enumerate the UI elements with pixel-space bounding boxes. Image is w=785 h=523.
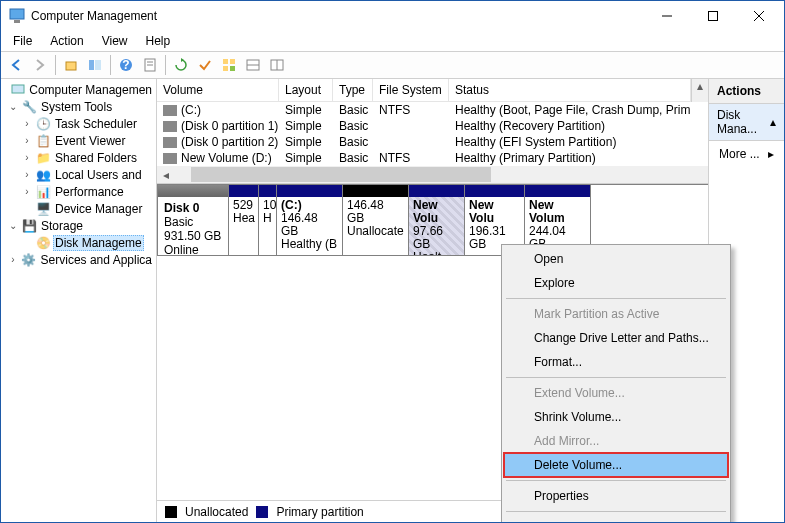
svg-text:?: ? [122, 58, 129, 72]
ctx-format[interactable]: Format... [504, 350, 728, 374]
help-icon[interactable]: ? [115, 54, 137, 76]
volume-header-row: Volume Layout Type File System Status ▴ [157, 79, 708, 102]
tree-pane[interactable]: Computer Managemen ⌄🔧System Tools ›🕒Task… [1, 79, 157, 522]
ctx-properties[interactable]: Properties [504, 484, 728, 508]
col-volume[interactable]: Volume [157, 79, 279, 102]
disk-size: 931.50 GB [164, 229, 222, 243]
ctx-explore[interactable]: Explore [504, 271, 728, 295]
col-filesystem[interactable]: File System [373, 79, 449, 102]
tree-services[interactable]: Services and Applica [39, 253, 154, 267]
swatch-primary [256, 506, 268, 518]
context-menu: Open Explore Mark Partition as Active Ch… [501, 244, 731, 523]
ctx-mark-active: Mark Partition as Active [504, 302, 728, 326]
ctx-help[interactable]: Help [504, 515, 728, 523]
expander-icon[interactable]: ⌄ [7, 101, 19, 112]
legend-primary: Primary partition [276, 505, 363, 519]
scrollbar-up-icon[interactable]: ▴ [691, 79, 708, 102]
svg-rect-1 [14, 20, 20, 23]
tree-storage[interactable]: Storage [39, 219, 85, 233]
volume-row[interactable]: New Volume (D:)SimpleBasicNTFSHealthy (P… [157, 150, 708, 166]
svg-rect-15 [230, 59, 235, 64]
collapse-icon: ▴ [770, 115, 776, 129]
refresh-icon[interactable] [170, 54, 192, 76]
submenu-arrow-icon: ▸ [768, 147, 774, 161]
hscrollbar[interactable]: ◂ [157, 166, 708, 183]
folder-icon: 📁 [35, 150, 51, 166]
expander-icon[interactable]: › [7, 254, 19, 265]
ctx-change-letter[interactable]: Change Drive Letter and Paths... [504, 326, 728, 350]
props-icon[interactable] [139, 54, 161, 76]
titlebar: Computer Management [1, 1, 784, 31]
expander-icon[interactable]: › [21, 135, 33, 146]
tree-disk-management[interactable]: Disk Manageme [53, 235, 144, 251]
disk-info-box[interactable]: Disk 0 Basic 931.50 GB Online [157, 184, 229, 256]
tree-local-users[interactable]: Local Users and [53, 168, 144, 182]
expander-icon[interactable]: › [21, 152, 33, 163]
tree-task-scheduler[interactable]: Task Scheduler [53, 117, 139, 131]
disk-type: Basic [164, 215, 222, 229]
users-icon: 👥 [35, 167, 51, 183]
col-type[interactable]: Type [333, 79, 373, 102]
show-hide-button[interactable] [84, 54, 106, 76]
volume-list[interactable]: Volume Layout Type File System Status ▴ … [157, 79, 708, 184]
check-icon[interactable] [194, 54, 216, 76]
volume-icon [163, 153, 177, 164]
ctx-open[interactable]: Open [504, 247, 728, 271]
layout-v-icon[interactable] [266, 54, 288, 76]
tree-root[interactable]: Computer Managemen [27, 83, 154, 97]
volume-icon [163, 105, 177, 116]
expander-icon[interactable]: ⌄ [7, 220, 19, 231]
disk-name: Disk 0 [164, 201, 222, 215]
volume-icon [163, 121, 177, 132]
separator [506, 480, 726, 481]
back-button[interactable] [5, 54, 27, 76]
menu-help[interactable]: Help [138, 32, 179, 50]
disk-icon: 📀 [35, 235, 51, 251]
tree-device-manager[interactable]: Device Manager [53, 202, 144, 216]
partition-box[interactable]: 10H [259, 185, 277, 255]
close-button[interactable] [736, 1, 782, 31]
expander-icon[interactable]: › [21, 118, 33, 129]
volume-row[interactable]: (Disk 0 partition 2)SimpleBasicHealthy (… [157, 134, 708, 150]
tree-event-viewer[interactable]: Event Viewer [53, 134, 127, 148]
storage-icon: 💾 [21, 218, 37, 234]
window-title: Computer Management [31, 9, 644, 23]
actions-group[interactable]: Disk Mana...▴ [709, 104, 784, 141]
up-button[interactable] [60, 54, 82, 76]
ctx-shrink[interactable]: Shrink Volume... [504, 405, 728, 429]
partition-box[interactable]: 529Hea [229, 185, 259, 255]
expander-icon[interactable]: › [21, 186, 33, 197]
maximize-button[interactable] [690, 1, 736, 31]
ctx-extend: Extend Volume... [504, 381, 728, 405]
partition-box[interactable]: (C:)146.48 GBHealthy (B [277, 185, 343, 255]
list4-icon[interactable] [218, 54, 240, 76]
services-icon: ⚙️ [21, 252, 37, 268]
event-icon: 📋 [35, 133, 51, 149]
forward-button[interactable] [29, 54, 51, 76]
partition-box[interactable]: 146.48 GBUnallocate [343, 185, 409, 255]
layout-icon[interactable] [242, 54, 264, 76]
device-icon: 🖥️ [35, 201, 51, 217]
expander-icon[interactable]: › [21, 169, 33, 180]
ctx-delete-volume[interactable]: Delete Volume... [504, 453, 728, 477]
col-layout[interactable]: Layout [279, 79, 333, 102]
actions-more[interactable]: More ...▸ [709, 141, 784, 167]
minimize-button[interactable] [644, 1, 690, 31]
menu-view[interactable]: View [94, 32, 136, 50]
svg-rect-16 [223, 66, 228, 71]
tree-system-tools[interactable]: System Tools [39, 100, 114, 114]
tree-performance[interactable]: Performance [53, 185, 126, 199]
menu-file[interactable]: File [5, 32, 40, 50]
col-status[interactable]: Status [449, 79, 691, 102]
partition-box[interactable]: New Volu97.66 GBHealt [409, 185, 465, 255]
clock-icon: 🕒 [35, 116, 51, 132]
mmc-icon [11, 82, 25, 98]
separator [506, 511, 726, 512]
menu-action[interactable]: Action [42, 32, 91, 50]
volume-row[interactable]: (Disk 0 partition 1)SimpleBasicHealthy (… [157, 118, 708, 134]
tree-shared-folders[interactable]: Shared Folders [53, 151, 139, 165]
svg-rect-7 [89, 60, 94, 70]
volume-row[interactable]: (C:)SimpleBasicNTFSHealthy (Boot, Page F… [157, 102, 708, 118]
menubar: File Action View Help [1, 31, 784, 51]
svg-rect-22 [12, 85, 24, 93]
